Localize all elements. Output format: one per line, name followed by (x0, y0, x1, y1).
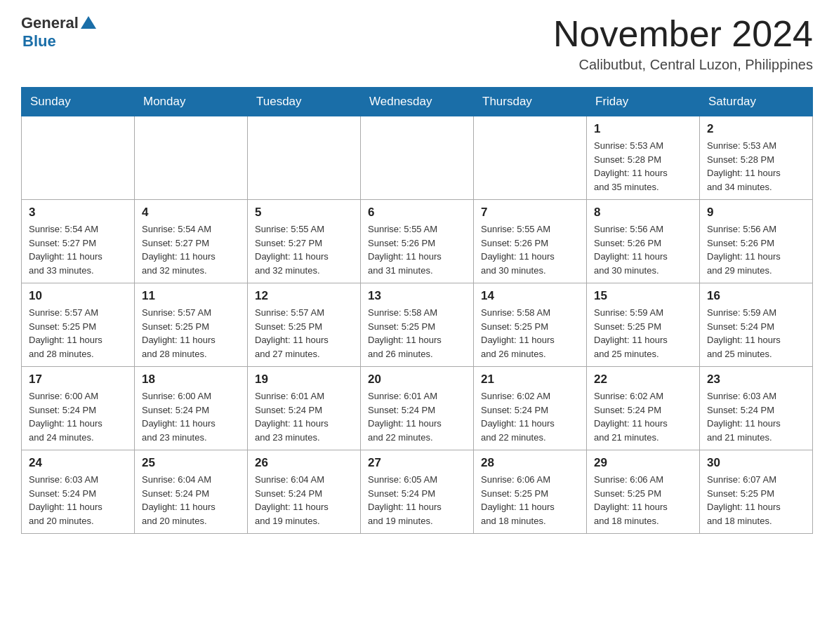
day-info: Sunrise: 5:55 AM Sunset: 5:26 PM Dayligh… (368, 222, 466, 277)
day-info: Sunrise: 5:59 AM Sunset: 5:25 PM Dayligh… (594, 306, 692, 361)
day-info: Sunrise: 6:03 AM Sunset: 5:24 PM Dayligh… (29, 473, 127, 528)
day-number: 9 (707, 206, 805, 220)
header-monday: Monday (135, 88, 248, 116)
day-info: Sunrise: 5:55 AM Sunset: 5:27 PM Dayligh… (255, 222, 353, 277)
table-row: 26Sunrise: 6:04 AM Sunset: 5:24 PM Dayli… (248, 450, 361, 534)
day-info: Sunrise: 5:58 AM Sunset: 5:25 PM Dayligh… (368, 306, 466, 361)
location-subtitle: Calibutbut, Central Luzon, Philippines (553, 57, 813, 73)
logo-triangle-icon (81, 16, 96, 29)
calendar-week-3: 10Sunrise: 5:57 AM Sunset: 5:25 PM Dayli… (22, 283, 813, 367)
table-row: 15Sunrise: 5:59 AM Sunset: 5:25 PM Dayli… (587, 283, 700, 367)
calendar-week-5: 24Sunrise: 6:03 AM Sunset: 5:24 PM Dayli… (22, 450, 813, 534)
day-number: 1 (594, 122, 692, 136)
header-friday: Friday (587, 88, 700, 116)
title-section: November 2024 Calibutbut, Central Luzon,… (553, 14, 813, 73)
day-number: 26 (255, 456, 353, 470)
day-info: Sunrise: 6:07 AM Sunset: 5:25 PM Dayligh… (707, 473, 805, 528)
day-info: Sunrise: 5:53 AM Sunset: 5:28 PM Dayligh… (707, 139, 805, 194)
day-number: 27 (368, 456, 466, 470)
day-number: 8 (594, 206, 692, 220)
day-info: Sunrise: 6:02 AM Sunset: 5:24 PM Dayligh… (481, 389, 579, 444)
day-number: 25 (142, 456, 240, 470)
day-number: 14 (481, 289, 579, 303)
day-number: 29 (594, 456, 692, 470)
day-info: Sunrise: 5:56 AM Sunset: 5:26 PM Dayligh… (594, 222, 692, 277)
day-number: 4 (142, 206, 240, 220)
table-row: 7Sunrise: 5:55 AM Sunset: 5:26 PM Daylig… (474, 200, 587, 283)
table-row: 8Sunrise: 5:56 AM Sunset: 5:26 PM Daylig… (587, 200, 700, 283)
day-number: 15 (594, 289, 692, 303)
calendar-week-2: 3Sunrise: 5:54 AM Sunset: 5:27 PM Daylig… (22, 200, 813, 283)
table-row: 2Sunrise: 5:53 AM Sunset: 5:28 PM Daylig… (700, 116, 813, 200)
table-row: 16Sunrise: 5:59 AM Sunset: 5:24 PM Dayli… (700, 283, 813, 367)
table-row: 30Sunrise: 6:07 AM Sunset: 5:25 PM Dayli… (700, 450, 813, 534)
day-info: Sunrise: 5:57 AM Sunset: 5:25 PM Dayligh… (29, 306, 127, 361)
day-info: Sunrise: 6:06 AM Sunset: 5:25 PM Dayligh… (594, 473, 692, 528)
logo-general-text: General (21, 14, 79, 32)
table-row: 25Sunrise: 6:04 AM Sunset: 5:24 PM Dayli… (135, 450, 248, 534)
day-info: Sunrise: 6:06 AM Sunset: 5:25 PM Dayligh… (481, 473, 579, 528)
table-row: 27Sunrise: 6:05 AM Sunset: 5:24 PM Dayli… (361, 450, 474, 534)
day-number: 10 (29, 289, 127, 303)
table-row: 4Sunrise: 5:54 AM Sunset: 5:27 PM Daylig… (135, 200, 248, 283)
day-number: 21 (481, 373, 579, 387)
header-saturday: Saturday (700, 88, 813, 116)
day-info: Sunrise: 6:05 AM Sunset: 5:24 PM Dayligh… (368, 473, 466, 528)
day-info: Sunrise: 6:00 AM Sunset: 5:24 PM Dayligh… (142, 389, 240, 444)
table-row: 29Sunrise: 6:06 AM Sunset: 5:25 PM Dayli… (587, 450, 700, 534)
day-number: 16 (707, 289, 805, 303)
day-info: Sunrise: 5:54 AM Sunset: 5:27 PM Dayligh… (29, 222, 127, 277)
day-number: 19 (255, 373, 353, 387)
table-row: 11Sunrise: 5:57 AM Sunset: 5:25 PM Dayli… (135, 283, 248, 367)
table-row: 23Sunrise: 6:03 AM Sunset: 5:24 PM Dayli… (700, 367, 813, 450)
svg-marker-0 (81, 16, 96, 29)
table-row: 17Sunrise: 6:00 AM Sunset: 5:24 PM Dayli… (22, 367, 135, 450)
day-info: Sunrise: 5:55 AM Sunset: 5:26 PM Dayligh… (481, 222, 579, 277)
table-row: 12Sunrise: 5:57 AM Sunset: 5:25 PM Dayli… (248, 283, 361, 367)
logo-blue-text: Blue (22, 32, 56, 51)
table-row: 28Sunrise: 6:06 AM Sunset: 5:25 PM Dayli… (474, 450, 587, 534)
header-thursday: Thursday (474, 88, 587, 116)
table-row (474, 116, 587, 200)
page-header: General Blue November 2024 Calibutbut, C… (21, 14, 813, 73)
day-info: Sunrise: 6:04 AM Sunset: 5:24 PM Dayligh… (142, 473, 240, 528)
day-number: 2 (707, 122, 805, 136)
day-number: 17 (29, 373, 127, 387)
table-row (361, 116, 474, 200)
table-row (135, 116, 248, 200)
day-number: 13 (368, 289, 466, 303)
day-info: Sunrise: 5:53 AM Sunset: 5:28 PM Dayligh… (594, 139, 692, 194)
logo: General Blue (21, 14, 96, 51)
weekday-header-row: Sunday Monday Tuesday Wednesday Thursday… (22, 88, 813, 116)
table-row (22, 116, 135, 200)
table-row: 3Sunrise: 5:54 AM Sunset: 5:27 PM Daylig… (22, 200, 135, 283)
day-number: 6 (368, 206, 466, 220)
table-row: 9Sunrise: 5:56 AM Sunset: 5:26 PM Daylig… (700, 200, 813, 283)
table-row: 22Sunrise: 6:02 AM Sunset: 5:24 PM Dayli… (587, 367, 700, 450)
page-title: November 2024 (553, 14, 813, 54)
calendar-week-1: 1Sunrise: 5:53 AM Sunset: 5:28 PM Daylig… (22, 116, 813, 200)
day-number: 24 (29, 456, 127, 470)
calendar-week-4: 17Sunrise: 6:00 AM Sunset: 5:24 PM Dayli… (22, 367, 813, 450)
day-info: Sunrise: 6:00 AM Sunset: 5:24 PM Dayligh… (29, 389, 127, 444)
table-row: 10Sunrise: 5:57 AM Sunset: 5:25 PM Dayli… (22, 283, 135, 367)
day-info: Sunrise: 6:03 AM Sunset: 5:24 PM Dayligh… (707, 389, 805, 444)
day-number: 7 (481, 206, 579, 220)
day-info: Sunrise: 6:01 AM Sunset: 5:24 PM Dayligh… (368, 389, 466, 444)
day-info: Sunrise: 5:57 AM Sunset: 5:25 PM Dayligh… (142, 306, 240, 361)
day-info: Sunrise: 5:57 AM Sunset: 5:25 PM Dayligh… (255, 306, 353, 361)
header-wednesday: Wednesday (361, 88, 474, 116)
day-number: 28 (481, 456, 579, 470)
table-row: 13Sunrise: 5:58 AM Sunset: 5:25 PM Dayli… (361, 283, 474, 367)
day-info: Sunrise: 5:58 AM Sunset: 5:25 PM Dayligh… (481, 306, 579, 361)
day-number: 18 (142, 373, 240, 387)
day-info: Sunrise: 6:01 AM Sunset: 5:24 PM Dayligh… (255, 389, 353, 444)
table-row: 24Sunrise: 6:03 AM Sunset: 5:24 PM Dayli… (22, 450, 135, 534)
day-info: Sunrise: 6:02 AM Sunset: 5:24 PM Dayligh… (594, 389, 692, 444)
day-number: 3 (29, 206, 127, 220)
day-number: 12 (255, 289, 353, 303)
table-row: 21Sunrise: 6:02 AM Sunset: 5:24 PM Dayli… (474, 367, 587, 450)
table-row: 14Sunrise: 5:58 AM Sunset: 5:25 PM Dayli… (474, 283, 587, 367)
day-number: 11 (142, 289, 240, 303)
table-row: 19Sunrise: 6:01 AM Sunset: 5:24 PM Dayli… (248, 367, 361, 450)
